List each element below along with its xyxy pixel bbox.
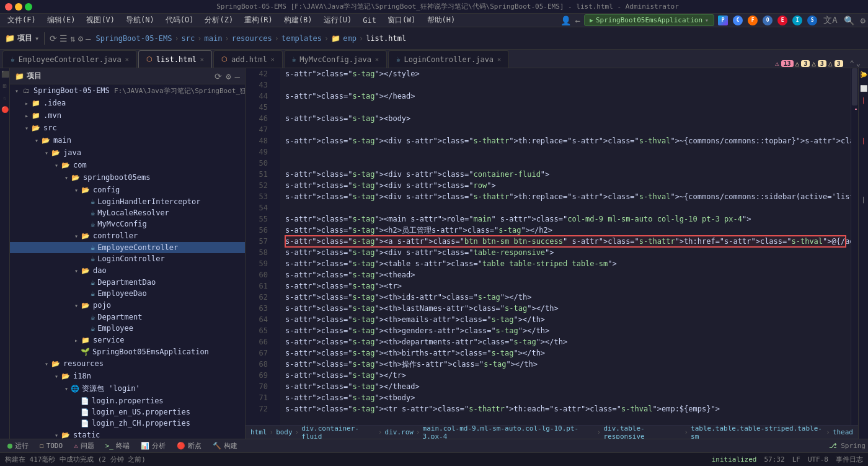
tree-node-src[interactable]: 📂 src [10,122,245,134]
translate-icon[interactable]: 文A [823,15,837,26]
debug-icon[interactable]: 🔴 [1,106,9,113]
bookmark-icon[interactable]: ☆ [2,94,6,101]
event-log-text[interactable]: 事件日志 [836,455,863,464]
run-bottom-btn[interactable]: 运行 [2,440,33,452]
menu-navigate[interactable]: 导航(N) [121,14,159,27]
tree-node-springboot05ems[interactable]: 📂 springboot05ems [10,171,245,184]
back-icon[interactable]: ← [575,16,580,25]
menu-refactor[interactable]: 重构(R) [239,14,278,27]
notifications-icon[interactable]: 🔔 [860,71,867,78]
tree-node-mylocalresolver[interactable]: ☕ MyLocaleResolver [10,207,245,218]
tab-close-mymvcconfig[interactable]: ✕ [375,56,379,63]
run-config-selector[interactable]: ▶ SpringBoot05EmsApplication ▾ [584,14,714,26]
tab-employee-controller[interactable]: ☕ EmployeeController.java ✕ [2,50,137,68]
path-item-7[interactable]: thead [833,428,853,436]
tree-node-service[interactable]: 📁 service [10,334,245,346]
pycharm-icon[interactable]: P [718,16,728,25]
tree-node-loginhandlerinterceptor[interactable]: ☕ LoginHandlerInterceptor [10,196,245,207]
tab-close-add-html[interactable]: ✕ [271,56,275,63]
minus-icon[interactable]: — [86,34,91,43]
build-btn[interactable]: 🔨 构建 [208,440,242,452]
path-item-6[interactable]: table.table.table-striped.table-sm [691,425,823,439]
tree-root[interactable]: 🗂 SpringBoot-05-EMS F:\JAVA\Java学习笔记\Spr… [10,84,245,97]
path-item-3[interactable]: div.row [385,428,414,436]
collapse-icon[interactable]: ⌄ [856,59,861,68]
vcs-icon[interactable]: ⊞ [2,83,6,89]
breadcrumb-emp[interactable]: emp [343,34,356,43]
tree-node-department[interactable]: ☕ Department [10,311,245,323]
tab-mymvcconfig[interactable]: ☕ MyMvcConfig.java ✕ [284,50,387,68]
tree-node-resources[interactable]: 📂 resources [10,357,245,370]
tab-close-login-controller[interactable]: ✕ [497,56,501,63]
tree-node-logincontroller[interactable]: ☕ LoginController [10,253,245,264]
tab-close-employee-controller[interactable]: ✕ [125,56,129,63]
menu-window[interactable]: 窗口(W) [383,14,421,27]
window-controls[interactable] [5,3,32,11]
list-icon[interactable]: ☰ [60,34,68,43]
browser-icon[interactable]: I [792,16,802,25]
tree-sync-icon[interactable]: ⟳ [215,71,222,81]
path-item-2[interactable]: div.container-fluid [301,425,376,439]
search-icon[interactable]: 🔍 [844,16,854,25]
terminal-btn[interactable]: >_ 终端 [100,440,135,452]
settings-icon[interactable]: ⚙ [861,16,866,25]
filter-icon[interactable]: ⇅ [70,34,75,43]
minimap-thumb[interactable] [852,68,857,105]
menu-code[interactable]: 代码(O) [161,14,199,27]
menu-git[interactable]: Git [358,15,381,26]
tree-node-mymvcconfig[interactable]: ☕ MyMvcConfig [10,218,245,230]
path-item-4[interactable]: main.col-md-9.ml-sm-auto.col-lg-10.pt-3.… [423,425,595,439]
tree-node-login-properties[interactable]: 📄 login.properties [10,395,245,406]
tab-login-controller[interactable]: ☕ LoginController.java ✕ [388,50,509,68]
tree-settings-icon[interactable]: ⚙ [226,71,231,81]
tab-close-list-html[interactable]: ✕ [200,56,204,63]
tree-node-mvn[interactable]: 📁 .mvn [10,109,245,122]
right-panel-icon-2[interactable]: ⬜ [860,85,867,92]
path-item-0[interactable]: html [250,428,267,436]
todo-btn[interactable]: ☐ TODO [35,441,68,451]
opera-icon[interactable]: O [763,16,773,25]
problems-btn[interactable]: ⚠ 问题 [69,440,99,452]
sync-icon[interactable]: ⟳ [50,34,57,43]
path-item-5[interactable]: div.table-responsive [603,425,681,439]
menu-view[interactable]: 视图(V) [81,14,120,27]
tree-node-idea[interactable]: 📁 .idea [10,97,245,109]
minimize-button[interactable] [15,3,22,11]
tree-node-com[interactable]: 📂 com [10,159,245,171]
firefox-icon[interactable]: F [748,16,758,25]
tree-node-static[interactable]: 📂 static [10,429,245,439]
breadcrumb-resources[interactable]: resources [232,34,272,43]
chrome-icon[interactable]: C [733,16,743,25]
tree-node-java-dir[interactable]: 📂 java [10,146,245,159]
tree-node-config[interactable]: 📂 config [10,184,245,196]
menu-build[interactable]: 构建(B) [279,14,317,27]
tree-node-main[interactable]: 📂 main [10,134,245,146]
maximize-button[interactable] [25,3,32,11]
tree-node-controller[interactable]: 📂 controller [10,230,245,242]
code-content[interactable]: s-attr">class="s-tag"></style>s-attr">cl… [280,68,851,425]
menu-edit[interactable]: 编辑(E) [42,14,81,27]
breadcrumb-root[interactable]: SpringBoot-05-EMS [96,34,172,43]
analysis-btn[interactable]: 📊 分析 [136,440,170,452]
expand-icon[interactable]: ⌃ [850,59,854,68]
structure-icon[interactable]: ⬛ [1,71,9,78]
tree-node-employeedao[interactable]: ☕ EmployeeDao [10,288,245,299]
tab-list-html[interactable]: ⬡ list.html ✕ [138,50,212,68]
breadcrumb-templates[interactable]: templates [281,34,322,43]
project-dropdown-icon[interactable]: ▾ [35,34,39,43]
breadcrumb-main[interactable]: main [205,34,223,43]
tree-node-login-zh[interactable]: 📄 login_zh_CH.properties [10,418,245,429]
edge-icon[interactable]: E [777,16,787,25]
menu-run[interactable]: 运行(U) [319,14,357,27]
tree-minimize-icon[interactable]: — [235,71,240,81]
config-icon[interactable]: ⚙ [78,34,83,43]
tree-node-employeecontroller[interactable]: ☕ EmployeeController [10,242,245,253]
tree-node-springbootapp[interactable]: 🌱 SpringBoot05EmsApplication [10,346,245,357]
tree-node-employee[interactable]: ☕ Employee [10,323,245,334]
path-item-1[interactable]: body [276,428,293,436]
tab-add-html[interactable]: ⬡ add.html ✕ [213,50,283,68]
tree-node-respack-login[interactable]: 🌐 资源包 'login' [10,382,245,395]
tree-node-pojo[interactable]: 📂 pojo [10,299,245,311]
tree-node-login-en[interactable]: 📄 login_en_US.properties [10,406,245,418]
tree-node-i18n[interactable]: 📂 i18n [10,370,245,382]
